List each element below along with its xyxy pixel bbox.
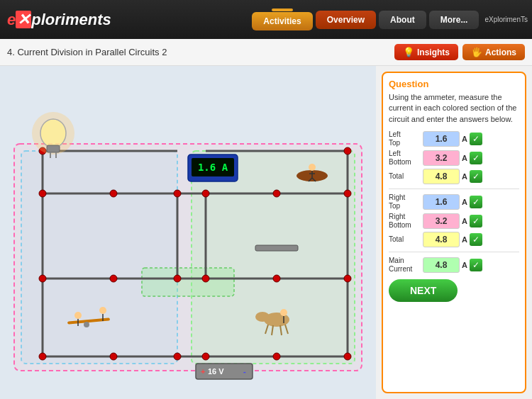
about-button[interactable]: About	[379, 11, 426, 29]
insights-button[interactable]: 💡 Insights	[394, 44, 458, 60]
svg-text:16 V: 16 V	[208, 367, 224, 376]
svg-point-43	[40, 119, 66, 147]
main-current-row: MainCurrent A ✓	[389, 257, 519, 274]
next-button[interactable]: NEXT	[389, 279, 458, 302]
right-total-input[interactable]	[423, 232, 460, 247]
svg-point-35	[174, 353, 181, 360]
left-top-label: LeftTop	[389, 130, 423, 147]
svg-point-29	[202, 275, 209, 282]
svg-point-62	[84, 322, 89, 327]
page-title: 4. Current Division in Parallel Circuits…	[7, 47, 167, 57]
right-panel: Question Using the ammeter, measure the …	[376, 66, 532, 399]
main-current-label: MainCurrent	[389, 257, 423, 274]
overview-button[interactable]: Overview	[316, 11, 376, 29]
svg-rect-44	[47, 145, 60, 152]
left-top-check: ✓	[470, 133, 482, 145]
left-bottom-unit: A	[462, 154, 467, 162]
svg-point-34	[110, 353, 117, 360]
question-title: Question	[389, 79, 519, 89]
action-buttons: 💡 Insights 🖐 Actions	[394, 44, 525, 60]
svg-text:+: +	[201, 367, 205, 376]
right-top-unit: A	[462, 198, 467, 206]
svg-point-33	[273, 275, 280, 282]
svg-text:1.6 A: 1.6 A	[198, 162, 228, 173]
svg-point-30	[110, 190, 117, 197]
question-box: Question Using the ammeter, measure the …	[382, 72, 526, 393]
right-bottom-unit: A	[462, 217, 467, 225]
svg-rect-38	[255, 245, 298, 251]
right-top-check: ✓	[470, 196, 482, 208]
svg-point-64	[280, 309, 287, 316]
left-top-unit: A	[462, 135, 467, 143]
left-total-row: Total A ✓	[389, 169, 519, 184]
left-total-input[interactable]	[423, 169, 460, 184]
svg-point-60	[99, 307, 106, 314]
svg-point-31	[273, 190, 280, 197]
left-total-label: Total	[389, 172, 423, 181]
svg-point-58	[74, 312, 82, 319]
right-top-label: RightTop	[389, 193, 423, 210]
left-bottom-input[interactable]	[423, 150, 460, 166]
right-total-unit: A	[462, 235, 467, 244]
right-bottom-label: RightBottom	[389, 213, 423, 230]
actions-button[interactable]: 🖐 Actions	[462, 44, 525, 60]
left-top-row: LeftTop A ✓	[389, 130, 519, 147]
svg-point-32	[110, 275, 117, 282]
app-header: e✕ploriments Activities Overview About M…	[0, 0, 532, 39]
svg-point-20	[39, 353, 46, 360]
right-bottom-check: ✓	[470, 215, 482, 227]
svg-point-24	[344, 353, 351, 360]
left-total-check: ✓	[470, 170, 482, 183]
svg-point-23	[344, 275, 351, 282]
left-top-input[interactable]	[423, 131, 460, 147]
circuit-area: 1.6 A + 16 V -	[0, 66, 376, 399]
main-current-input[interactable]	[423, 257, 460, 273]
svg-point-18	[39, 190, 46, 197]
brand-logo: eXplorimenTs	[484, 16, 528, 23]
svg-point-52	[309, 164, 316, 171]
svg-point-19	[39, 275, 46, 282]
svg-rect-3	[142, 268, 234, 296]
svg-text:-: -	[243, 367, 246, 376]
svg-point-28	[174, 275, 181, 282]
actions-label: Actions	[485, 47, 516, 57]
right-top-row: RightTop A ✓	[389, 193, 519, 210]
svg-point-26	[174, 190, 181, 197]
svg-point-36	[202, 353, 209, 360]
right-total-label: Total	[389, 235, 423, 244]
logo-text: e✕ploriments	[7, 11, 111, 29]
logo-area: e✕ploriments	[0, 11, 111, 29]
main-content: 1.6 A + 16 V -	[0, 66, 532, 399]
right-top-input[interactable]	[423, 194, 460, 210]
nav-buttons: Activities Overview About More... eXplor…	[252, 9, 532, 30]
section-divider-1	[389, 189, 519, 189]
svg-rect-2	[192, 151, 355, 364]
lightbulb-icon: 💡	[403, 47, 414, 57]
left-total-unit: A	[462, 172, 467, 181]
left-bottom-check: ✓	[470, 152, 482, 164]
svg-point-22	[344, 190, 351, 197]
sub-header: 4. Current Division in Parallel Circuits…	[0, 39, 532, 66]
left-bottom-row: LeftBottom A ✓	[389, 150, 519, 167]
svg-point-70	[255, 312, 270, 322]
insights-label: Insights	[417, 47, 450, 57]
right-total-row: Total A ✓	[389, 232, 519, 247]
main-current-unit: A	[462, 261, 467, 269]
right-total-check: ✓	[470, 233, 482, 246]
svg-rect-1	[21, 151, 177, 364]
svg-point-25	[344, 147, 351, 154]
activities-button[interactable]: Activities	[252, 12, 312, 30]
right-bottom-row: RightBottom A ✓	[389, 213, 519, 230]
hand-icon: 🖐	[471, 47, 482, 57]
question-description: Using the ammeter, measure the current i…	[389, 92, 519, 125]
svg-point-27	[202, 190, 209, 197]
svg-point-37	[273, 353, 280, 360]
circuit-svg: 1.6 A + 16 V -	[0, 66, 376, 399]
left-bottom-label: LeftBottom	[389, 150, 423, 167]
more-button[interactable]: More...	[429, 11, 480, 29]
section-divider-2	[389, 252, 519, 252]
main-current-check: ✓	[470, 259, 482, 271]
right-bottom-input[interactable]	[423, 213, 460, 229]
